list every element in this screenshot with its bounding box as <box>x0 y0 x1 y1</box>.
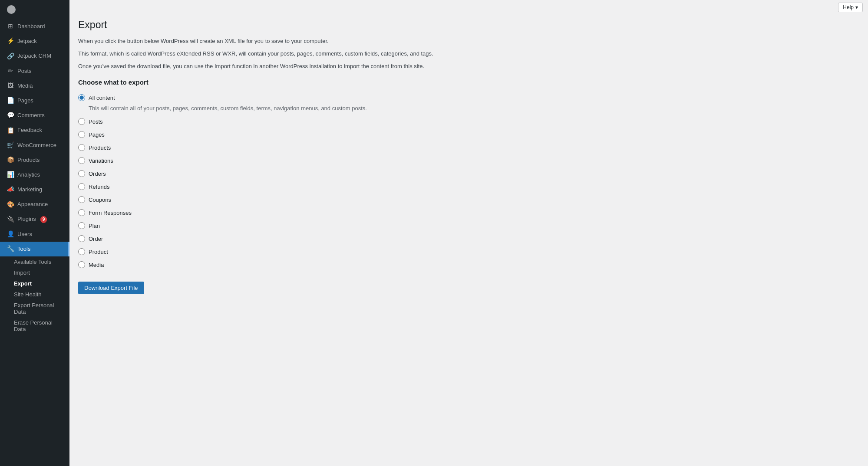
export-option-posts[interactable]: Posts <box>78 115 452 128</box>
option-label-orders: Orders <box>89 171 106 177</box>
sidebar-label-comments: Comments <box>17 112 45 119</box>
plugins-badge: 9 <box>40 216 47 223</box>
users-icon: 👤 <box>7 231 14 238</box>
sidebar-label-dashboard: Dashboard <box>17 23 45 30</box>
option-label-form-responses: Form Responses <box>89 210 132 216</box>
option-label-pages: Pages <box>89 131 105 138</box>
sidebar-label-pages: Pages <box>17 97 33 105</box>
help-label: Help <box>843 4 854 10</box>
radio-coupons[interactable] <box>78 196 85 203</box>
desc-1: When you click the button below WordPres… <box>78 37 452 46</box>
sidebar-label-jetpack-crm: Jetpack CRM <box>17 52 51 60</box>
radio-all-content[interactable] <box>78 94 85 101</box>
radio-refunds[interactable] <box>78 183 85 190</box>
radio-form-responses[interactable] <box>78 209 85 216</box>
export-option-variations[interactable]: Variations <box>78 154 452 167</box>
sidebar-label-plugins: Plugins <box>17 215 36 223</box>
posts-icon: ✏ <box>7 68 14 75</box>
sub-item-export[interactable]: Export <box>0 278 69 289</box>
sidebar: ⊞Dashboard⚡Jetpack🔗Jetpack CRM✏Posts🖼Med… <box>0 0 69 466</box>
radio-plan[interactable] <box>78 222 85 229</box>
pages-icon: 📄 <box>7 97 14 104</box>
export-option-order[interactable]: Order <box>78 232 452 245</box>
radio-products[interactable] <box>78 144 85 151</box>
option-label-plan: Plan <box>89 223 100 229</box>
sidebar-item-plugins[interactable]: 🔌Plugins9 <box>0 212 69 226</box>
export-option-all-content[interactable]: All content <box>78 91 452 104</box>
radio-orders[interactable] <box>78 170 85 177</box>
export-option-products[interactable]: Products <box>78 141 452 154</box>
sidebar-label-media: Media <box>17 82 33 90</box>
main-content: Help ▾ Export When you click the button … <box>69 0 868 466</box>
page-title: Export <box>78 19 452 31</box>
comments-icon: 💬 <box>7 112 14 119</box>
all-content-description: This will contain all of your posts, pag… <box>89 105 452 112</box>
option-label-products: Products <box>89 144 111 151</box>
sidebar-item-tools[interactable]: 🔧Tools <box>0 242 69 256</box>
radio-posts[interactable] <box>78 118 85 125</box>
marketing-icon: 📣 <box>7 186 14 193</box>
sidebar-label-analytics: Analytics <box>17 171 40 179</box>
radio-order[interactable] <box>78 235 85 242</box>
choose-export-title: Choose what to export <box>78 79 452 86</box>
option-label-coupons: Coupons <box>89 197 111 203</box>
export-option-orders[interactable]: Orders <box>78 167 452 180</box>
export-option-form-responses[interactable]: Form Responses <box>78 206 452 219</box>
sub-item-site-health[interactable]: Site Health <box>0 289 69 300</box>
export-content: Export When you click the button below W… <box>69 15 460 307</box>
sidebar-item-pages[interactable]: 📄Pages <box>0 93 69 108</box>
export-option-pages[interactable]: Pages <box>78 128 452 141</box>
radio-variations[interactable] <box>78 157 85 164</box>
export-option-refunds[interactable]: Refunds <box>78 180 452 193</box>
sidebar-item-dashboard[interactable]: ⊞Dashboard <box>0 19 69 34</box>
appearance-icon: 🎨 <box>7 201 14 208</box>
sidebar-label-woocommerce: WooCommerce <box>17 141 56 149</box>
sidebar-item-feedback[interactable]: 📋Feedback <box>0 123 69 138</box>
sidebar-item-appearance[interactable]: 🎨Appearance <box>0 197 69 212</box>
sidebar-item-posts[interactable]: ✏Posts <box>0 64 69 79</box>
sidebar-label-marketing: Marketing <box>17 186 42 194</box>
export-option-plan[interactable]: Plan <box>78 219 452 232</box>
sub-item-import[interactable]: Import <box>0 267 69 278</box>
option-label-product: Product <box>89 249 108 255</box>
export-options: All contentThis will contain all of your… <box>78 91 452 271</box>
woocommerce-icon: 🛒 <box>7 142 14 149</box>
sidebar-item-analytics[interactable]: 📊Analytics <box>0 167 69 182</box>
analytics-icon: 📊 <box>7 171 14 178</box>
option-label-refunds: Refunds <box>89 184 109 190</box>
sidebar-label-jetpack: Jetpack <box>17 37 37 45</box>
media-icon: 🖼 <box>7 82 14 89</box>
option-label-order: Order <box>89 236 103 242</box>
radio-product[interactable] <box>78 248 85 255</box>
sidebar-item-jetpack[interactable]: ⚡Jetpack <box>0 34 69 49</box>
wordpress-icon <box>7 5 16 14</box>
desc-3: Once you've saved the download file, you… <box>78 62 452 71</box>
sidebar-item-marketing[interactable]: 📣Marketing <box>0 182 69 197</box>
help-arrow-icon: ▾ <box>855 4 858 10</box>
help-button[interactable]: Help ▾ <box>838 3 863 12</box>
download-export-button[interactable]: Download Export File <box>78 282 144 294</box>
radio-pages[interactable] <box>78 131 85 138</box>
jetpack-icon: ⚡ <box>7 38 14 45</box>
sidebar-item-jetpack-crm[interactable]: 🔗Jetpack CRM <box>0 49 69 63</box>
sub-item-erase-personal[interactable]: Erase Personal Data <box>0 317 69 335</box>
radio-media[interactable] <box>78 261 85 268</box>
feedback-icon: 📋 <box>7 127 14 134</box>
products-icon: 📦 <box>7 157 14 164</box>
sidebar-item-products[interactable]: 📦Products <box>0 153 69 167</box>
sub-item-available-tools[interactable]: Available Tools <box>0 256 69 267</box>
export-option-media[interactable]: Media <box>78 258 452 271</box>
export-option-coupons[interactable]: Coupons <box>78 193 452 206</box>
sidebar-item-woocommerce[interactable]: 🛒WooCommerce <box>0 138 69 153</box>
sub-item-export-personal[interactable]: Export Personal Data <box>0 300 69 317</box>
tools-icon: 🔧 <box>7 246 14 253</box>
desc-2: This format, which is called WordPress e… <box>78 49 452 59</box>
sidebar-item-comments[interactable]: 💬Comments <box>0 108 69 123</box>
export-option-product[interactable]: Product <box>78 245 452 258</box>
sidebar-label-posts: Posts <box>17 67 32 75</box>
sidebar-label-appearance: Appearance <box>17 200 48 208</box>
sidebar-label-feedback: Feedback <box>17 126 42 134</box>
sidebar-item-users[interactable]: 👤Users <box>0 227 69 242</box>
sidebar-label-tools: Tools <box>17 245 30 253</box>
sidebar-item-media[interactable]: 🖼Media <box>0 79 69 93</box>
